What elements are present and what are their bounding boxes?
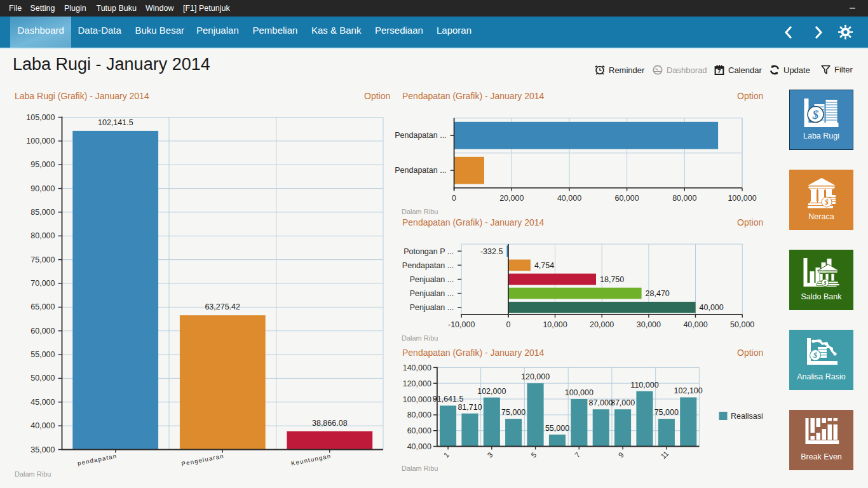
svg-text:Pengeluaran: Pengeluaran — [181, 452, 225, 468]
svg-text:pendapatan: pendapatan — [77, 452, 118, 467]
svg-text:55,000: 55,000 — [31, 350, 55, 359]
svg-text:65,000: 65,000 — [31, 302, 55, 311]
svg-text:Potongan P ...: Potongan P ... — [403, 247, 454, 256]
svg-text:Penjualan ...: Penjualan ... — [410, 289, 454, 298]
svg-text:45,000: 45,000 — [31, 398, 55, 407]
svg-text:75,000: 75,000 — [501, 408, 526, 417]
svg-text:80,000: 80,000 — [407, 410, 431, 419]
svg-text:95,000: 95,000 — [31, 160, 55, 169]
svg-text:60,000: 60,000 — [31, 327, 55, 336]
svg-text:35,000: 35,000 — [31, 445, 55, 454]
svg-text:50,000: 50,000 — [31, 374, 55, 383]
svg-text:Pendapatan ...: Pendapatan ... — [395, 131, 446, 140]
svg-text:$: $ — [812, 350, 817, 360]
svg-text:4,754: 4,754 — [534, 261, 554, 270]
svg-text:7: 7 — [573, 451, 581, 459]
svg-text:80,000: 80,000 — [672, 194, 696, 203]
svg-text:Pendapatan ...: Pendapatan ... — [395, 166, 446, 175]
svg-text:105,000: 105,000 — [26, 113, 55, 122]
svg-text:0: 0 — [452, 194, 456, 203]
svg-text:87,000: 87,000 — [611, 398, 635, 407]
svg-text:80,000: 80,000 — [31, 231, 55, 240]
svg-text:$: $ — [811, 108, 818, 121]
svg-text:Pendapatan ...: Pendapatan ... — [402, 261, 454, 270]
svg-text:90,000: 90,000 — [31, 184, 55, 193]
svg-text:-332.5: -332.5 — [480, 247, 503, 256]
svg-text:Penjualan ...: Penjualan ... — [410, 275, 454, 284]
svg-text:60,000: 60,000 — [614, 194, 639, 203]
svg-text:Realisasi: Realisasi — [731, 412, 763, 421]
svg-text:120,000: 120,000 — [521, 372, 550, 381]
svg-text:100,000: 100,000 — [403, 395, 431, 404]
svg-text:28,470: 28,470 — [646, 289, 670, 298]
svg-text:87,000: 87,000 — [589, 398, 613, 407]
svg-text:100,000: 100,000 — [26, 137, 55, 146]
svg-text:102,000: 102,000 — [477, 387, 506, 396]
svg-text:1: 1 — [442, 451, 451, 459]
svg-text:9: 9 — [617, 451, 625, 459]
svg-text:140,000: 140,000 — [403, 363, 431, 372]
svg-text:20,000: 20,000 — [499, 194, 524, 203]
svg-text:40,000: 40,000 — [31, 421, 55, 430]
svg-text:40,000: 40,000 — [407, 442, 431, 451]
svg-text:102,100: 102,100 — [674, 386, 703, 395]
svg-text:38,866.08: 38,866.08 — [312, 419, 348, 428]
svg-text:63,275.42: 63,275.42 — [205, 302, 240, 311]
svg-text:55,000: 55,000 — [545, 424, 569, 433]
svg-text:30,000: 30,000 — [637, 320, 661, 329]
svg-text:75,000: 75,000 — [31, 255, 55, 264]
svg-text:5: 5 — [529, 451, 538, 459]
svg-text:11: 11 — [660, 449, 670, 460]
svg-text:110,000: 110,000 — [630, 381, 658, 390]
svg-text:102,141.5: 102,141.5 — [98, 118, 133, 127]
svg-text:40,000: 40,000 — [683, 320, 707, 329]
svg-text:100,000: 100,000 — [565, 388, 593, 397]
svg-text:100,000: 100,000 — [728, 194, 756, 203]
svg-text:20,000: 20,000 — [590, 320, 614, 329]
svg-text:$: $ — [823, 280, 826, 286]
svg-text:$: $ — [824, 198, 829, 207]
svg-text:40,000: 40,000 — [700, 303, 724, 312]
svg-text:70,000: 70,000 — [31, 279, 55, 288]
svg-text:60,000: 60,000 — [407, 426, 431, 435]
svg-text:40,000: 40,000 — [557, 194, 581, 203]
svg-text:75,000: 75,000 — [654, 408, 679, 417]
svg-text:18,750: 18,750 — [600, 275, 624, 284]
svg-text:120,000: 120,000 — [403, 379, 431, 388]
svg-text:85,000: 85,000 — [31, 208, 55, 217]
svg-text:3: 3 — [486, 451, 494, 459]
svg-text:Keuntungan: Keuntungan — [290, 452, 332, 467]
svg-text:10,000: 10,000 — [543, 320, 567, 329]
svg-text:0: 0 — [506, 320, 510, 329]
svg-text:Penjualan ...: Penjualan ... — [410, 303, 454, 312]
svg-text:-10,000: -10,000 — [448, 320, 475, 329]
svg-text:81,710: 81,710 — [458, 403, 482, 412]
svg-text:50,000: 50,000 — [730, 320, 754, 329]
